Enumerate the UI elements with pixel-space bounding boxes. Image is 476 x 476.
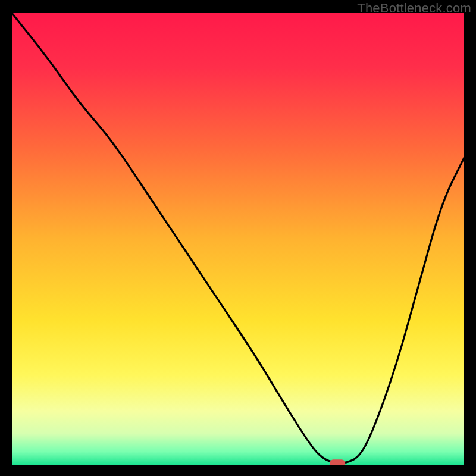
chart-container: TheBottleneck.com: [0, 0, 476, 476]
optimal-point-marker: [330, 459, 345, 465]
chart-background: [12, 13, 464, 465]
watermark-label: TheBottleneck.com: [357, 1, 471, 16]
bottleneck-chart: [12, 13, 464, 465]
